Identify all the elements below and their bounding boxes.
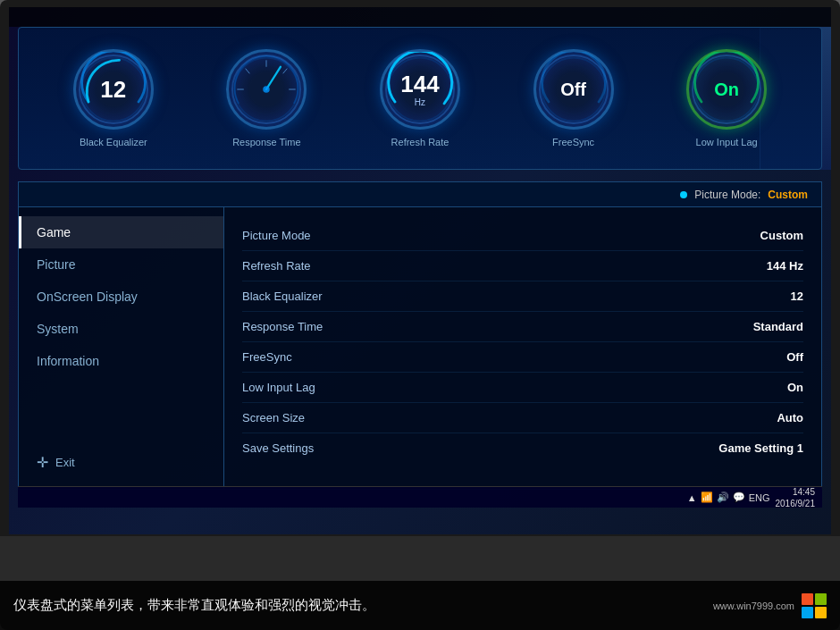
- setting-value-screen-size: Auto: [777, 411, 803, 424]
- gauge-circle-freesync: Off: [533, 49, 614, 130]
- win-quad-yellow: [815, 607, 827, 618]
- gauge-low-input-lag: On Low Input Lag: [686, 49, 767, 147]
- exit-icon: ✛: [37, 454, 48, 471]
- settings-panel: Picture Mode Custom Refresh Rate 144 Hz …: [224, 207, 821, 489]
- gauge-arc-svg: [76, 52, 151, 127]
- sidebar-item-information[interactable]: Information: [19, 345, 223, 377]
- win-quad-green: [815, 593, 827, 605]
- setting-name-screen-size: Screen Size: [242, 411, 305, 424]
- osd-container: 12 Black Equalizer: [9, 7, 831, 534]
- setting-name-refresh-rate: Refresh Rate: [242, 259, 311, 273]
- gauge-needle-svg: [229, 52, 304, 127]
- gauge-arc-freesync-svg: [536, 52, 611, 127]
- sidebar-item-picture[interactable]: Picture: [19, 248, 223, 281]
- setting-row-save-settings: Save Settings Game Setting 1: [242, 433, 803, 463]
- svg-point-11: [695, 58, 759, 122]
- gauge-black-equalizer: 12 Black Equalizer: [73, 49, 154, 147]
- gauge-refresh-rate: 144 Hz Refresh Rate: [380, 49, 460, 147]
- osd-content: Game Picture OnScreen Display System Inf…: [19, 207, 821, 489]
- setting-value-picture-mode: Custom: [760, 229, 803, 242]
- setting-value-save-settings: Game Setting 1: [718, 441, 803, 455]
- svg-point-8: [264, 86, 270, 92]
- monitor-screen: 12 Black Equalizer: [9, 7, 831, 534]
- svg-line-7: [266, 67, 281, 89]
- gauge-area: 12 Black Equalizer: [18, 27, 822, 170]
- exit-button[interactable]: ✛ Exit: [19, 445, 223, 480]
- taskbar-wifi-icon: 📶: [701, 491, 713, 503]
- taskbar-time-value: 14:45: [776, 486, 816, 498]
- picture-mode-label: Picture Mode:: [694, 189, 760, 201]
- taskbar-arrow-icon: ▲: [687, 492, 697, 503]
- gauge-circle-refresh-rate: 144 Hz: [380, 49, 460, 130]
- setting-name-save-settings: Save Settings: [242, 441, 314, 455]
- exit-label: Exit: [55, 456, 75, 469]
- gauge-response-time: Response Time: [226, 49, 307, 147]
- gauge-label-response-time: Response Time: [232, 137, 300, 147]
- svg-line-5: [283, 69, 288, 74]
- gauge-circle-low-input-lag: On: [686, 49, 767, 130]
- windows-logo: [802, 593, 827, 618]
- gauge-label-refresh-rate: Refresh Rate: [391, 137, 449, 147]
- gauge-circle-black-equalizer: 12: [73, 49, 154, 130]
- setting-row-black-equalizer: Black Equalizer 12: [242, 281, 803, 312]
- taskbar-volume-icon: 🔊: [717, 491, 729, 503]
- gauge-circle-response-time: [226, 49, 307, 130]
- gauge-label-freesync: FreeSync: [552, 137, 594, 147]
- caption-bar: 仪表盘式的菜单列表，带来非常直观体验和强烈的视觉冲击。 www.win7999.…: [0, 581, 840, 630]
- osd-panel: Picture Mode: Custom Game Picture OnScre…: [18, 181, 822, 490]
- setting-value-black-equalizer: 12: [791, 290, 803, 303]
- picture-mode-bar: Picture Mode: Custom: [19, 182, 821, 207]
- sidebar-item-game[interactable]: Game: [19, 216, 223, 248]
- gauge-label-black-equalizer: Black Equalizer: [80, 137, 147, 147]
- taskbar-datetime: 14:45 2016/9/21: [776, 486, 816, 509]
- setting-value-low-input-lag: On: [787, 381, 803, 394]
- setting-row-low-input-lag: Low Input Lag On: [242, 373, 803, 403]
- svg-point-9: [389, 58, 452, 122]
- gauge-label-low-input-lag: Low Input Lag: [696, 137, 758, 147]
- gauge-freesync: Off FreeSync: [533, 49, 614, 147]
- taskbar-lang: ENG: [749, 492, 770, 503]
- setting-name-response-time: Response Time: [242, 320, 323, 333]
- svg-point-10: [542, 58, 605, 122]
- sidebar-item-onscreen-display[interactable]: OnScreen Display: [19, 281, 223, 313]
- setting-row-refresh-rate: Refresh Rate 144 Hz: [242, 251, 803, 281]
- setting-name-low-input-lag: Low Input Lag: [242, 381, 315, 394]
- setting-value-refresh-rate: 144 Hz: [767, 259, 803, 273]
- svg-point-1: [235, 58, 298, 122]
- setting-name-picture-mode: Picture Mode: [242, 229, 311, 242]
- taskbar-icons: ▲ 📶 🔊 💬 ENG: [687, 491, 770, 503]
- website-label: www.win7999.com: [713, 601, 794, 611]
- taskbar-date-value: 2016/9/21: [776, 498, 816, 509]
- gauge-arc-lag-svg: [689, 52, 764, 127]
- picture-mode-value: Custom: [768, 189, 808, 201]
- setting-value-freesync: Off: [786, 350, 803, 364]
- setting-row-response-time: Response Time Standard: [242, 312, 803, 342]
- svg-point-0: [81, 58, 145, 122]
- top-status-bar: [9, 7, 831, 27]
- taskbar: ▲ 📶 🔊 💬 ENG 14:45 2016/9/21: [18, 486, 822, 508]
- branding-area: www.win7999.com: [713, 593, 827, 618]
- taskbar-msg-icon: 💬: [733, 491, 745, 503]
- svg-line-3: [246, 69, 250, 74]
- setting-row-freesync: FreeSync Off: [242, 342, 803, 373]
- setting-row-screen-size: Screen Size Auto: [242, 403, 803, 433]
- setting-name-freesync: FreeSync: [242, 350, 292, 364]
- setting-name-black-equalizer: Black Equalizer: [242, 290, 323, 303]
- win-quad-blue: [802, 607, 813, 618]
- win-quad-red: [802, 593, 813, 605]
- setting-row-picture-mode: Picture Mode Custom: [242, 221, 803, 251]
- sidebar-item-system[interactable]: System: [19, 313, 223, 345]
- gauge-arc-refresh-svg: [382, 52, 458, 127]
- menu-left: Game Picture OnScreen Display System Inf…: [19, 207, 224, 489]
- picture-mode-dot: [680, 191, 687, 198]
- caption-text: 仪表盘式的菜单列表，带来非常直观体验和强烈的视觉冲击。: [13, 597, 375, 614]
- setting-value-response-time: Standard: [753, 320, 803, 333]
